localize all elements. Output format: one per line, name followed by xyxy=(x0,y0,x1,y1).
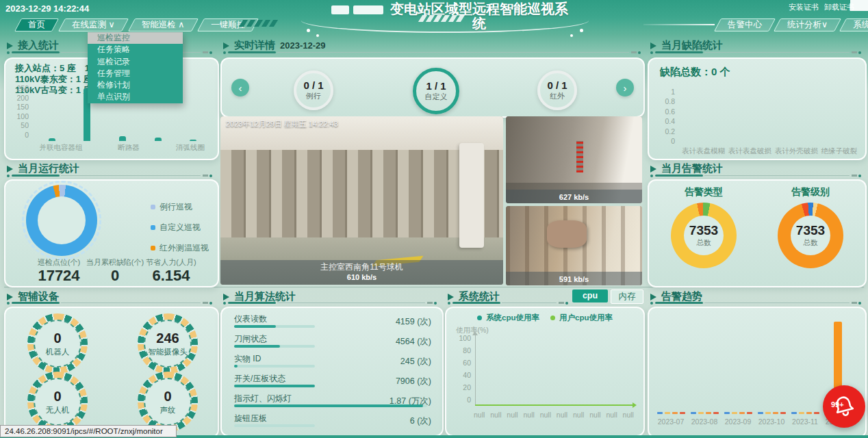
chevron-down-icon: ∨ xyxy=(821,20,828,29)
carousel-next-button[interactable]: › xyxy=(616,79,634,96)
panel-defect-stats: 缺陷总数：0 个 10.8 0.60.4 0.20 表计表盘模糊表计表盘破损 表… xyxy=(648,57,867,160)
x-axis-labels: nullnullnull nullnullnull nullnullnull n… xyxy=(474,411,634,419)
bar xyxy=(155,138,162,141)
install-cert-link[interactable]: 安装证书 xyxy=(789,2,819,12)
panel-arrow-icon xyxy=(7,166,13,172)
menu-item-maintenance-plan[interactable]: 检修计划 xyxy=(88,79,183,91)
tab-system-config[interactable]: 系统配置 xyxy=(843,18,868,31)
algorithm-value: 4159 (次) xyxy=(396,316,431,328)
nav-line-decoration xyxy=(643,24,715,25)
defect-total: 缺陷总数：0 个 xyxy=(660,66,730,79)
legend-item-infrared[interactable]: 红外测温巡视 xyxy=(151,242,209,254)
alarm-level-total: 7353 xyxy=(796,223,825,238)
x-axis-label: 2023-11 xyxy=(788,417,822,426)
menu-item-single-point-recognition[interactable]: 单点识别 xyxy=(88,91,183,103)
gauge-drone: 0无人机 xyxy=(27,372,88,432)
algorithm-value: 7906 (次) xyxy=(396,376,431,387)
gauge-voiceprint: 0声纹 xyxy=(138,372,198,432)
panel-arrow-icon xyxy=(223,42,229,49)
video-info-band: 591 kb/s xyxy=(506,272,642,285)
panel-arrow-icon xyxy=(650,166,656,172)
camera-feed-2[interactable]: 591 kb/s xyxy=(506,206,642,285)
realtime-date: 2023-12-29 xyxy=(280,40,326,51)
bell-badge-count: 99+ xyxy=(831,400,844,409)
menu-item-inspection-monitor[interactable]: 巡检监控 xyxy=(88,32,183,44)
donut-hole xyxy=(38,196,86,244)
alarm-type-heading: 告警类型 xyxy=(671,186,737,198)
panel-alarm-stats: 告警类型 告警级别 7353 总数 7353 总数 xyxy=(648,179,867,287)
legend-item-routine[interactable]: 例行巡视 xyxy=(151,201,209,213)
panel-underline xyxy=(7,301,212,305)
video-info-band: 627 kb/s xyxy=(506,190,642,203)
legend-item-custom[interactable]: 自定义巡视 xyxy=(151,222,209,233)
x-axis-label: 2023-10 xyxy=(754,417,789,426)
trend-near-zero-bars xyxy=(791,412,819,414)
alarm-bell-button[interactable]: 99+ xyxy=(823,385,865,428)
menu-item-inspection-records[interactable]: 巡检记录 xyxy=(88,56,183,68)
legend-item-system-cpu[interactable]: 系统cpu使用率 xyxy=(477,313,539,323)
tab-home[interactable]: 首页 xyxy=(18,18,55,31)
slash-decoration xyxy=(420,15,463,22)
tab-smart-inspection[interactable]: 智能巡检 ∧ xyxy=(131,18,195,31)
menu-item-task-strategy[interactable]: 任务策略 xyxy=(88,44,183,55)
smart-inspection-dropdown: 巡检监控 任务策略 巡检记录 任务管理 检修计划 单点识别 xyxy=(88,32,183,103)
nav-right: 告警中心 统计分析∨ 系统配置 xyxy=(717,18,868,31)
panel-underline xyxy=(223,301,437,305)
operation-legend: 例行巡视 自定义巡视 红外测温巡视 xyxy=(151,201,209,254)
x-axis-labels: 并联电容器组 断路器 消弧线圈 xyxy=(34,143,211,153)
carousel-item-infrared[interactable]: 0 / 1红外 xyxy=(537,70,577,110)
tab-online-monitoring[interactable]: 在线监测 ∨ xyxy=(62,18,125,31)
bitrate: 610 kb/s xyxy=(220,273,503,281)
x-axis-label: 2023-07 xyxy=(654,417,688,426)
trend-near-zero-bars xyxy=(724,412,752,414)
panel-arrow-icon xyxy=(223,294,229,300)
panel-underline xyxy=(7,174,212,177)
curve-dot xyxy=(570,34,573,37)
y-axis-ticks: 10080 6040 200 xyxy=(453,334,471,404)
carousel-prev-button[interactable]: ‹ xyxy=(231,79,249,96)
y-axis-ticks: 10.8 0.60.4 0.20 xyxy=(657,88,675,145)
main-video-feed[interactable]: 2023年12月29日 星期五 14:22:43 主控室西南角11号球机 610… xyxy=(220,116,503,285)
task-carousel: ‹ 0 / 1例行 1 / 1自定义 0 / 1红外 › xyxy=(220,57,645,118)
x-axis-label: 2023-08 xyxy=(687,417,722,426)
video-info-band: 主控室西南角11号球机 610 kb/s xyxy=(220,260,503,285)
trend-near-zero-bars xyxy=(691,412,719,414)
panel-underline xyxy=(223,51,641,54)
alarm-type-total: 7353 xyxy=(689,223,718,238)
tab-cpu[interactable]: cpu xyxy=(572,289,608,302)
alarm-level-heading: 告警级别 xyxy=(778,186,843,198)
tab-alarm-center[interactable]: 告警中心 xyxy=(717,18,772,31)
chevron-down-icon: ∨ xyxy=(108,20,114,29)
logo-redacted xyxy=(353,5,383,14)
bar xyxy=(190,140,196,141)
panel-arrow-icon xyxy=(650,42,656,49)
menu-item-task-management[interactable]: 任务管理 xyxy=(88,68,183,79)
slash-decoration xyxy=(241,20,276,27)
corner-popup-fragment xyxy=(850,0,868,11)
legend-item-user-cpu[interactable]: 用户cpu使用率 xyxy=(550,313,613,323)
video-timestamp: 2023年12月29日 星期五 14:22:43 xyxy=(226,119,338,129)
panel-system-stats: 系统cpu使用率 用户cpu使用率 使用率(%) 10080 6040 200 … xyxy=(445,307,645,437)
status-url-tooltip: 24.46.26.208:9091/ipcs/#/ROOT/znxj/monit… xyxy=(0,425,177,437)
curve-dot xyxy=(580,29,583,32)
tab-statistics-analysis[interactable]: 统计分析∨ xyxy=(777,18,838,31)
panel-underline xyxy=(650,174,861,177)
algorithm-value: 245 (次) xyxy=(400,356,431,368)
curve-dot xyxy=(316,34,319,37)
tab-memory[interactable]: 内存 xyxy=(611,289,643,304)
camera-feed-1[interactable]: 627 kb/s xyxy=(506,116,642,203)
panel-smart-devices: 0机器人 246智能摄像头 0无人机 0声纹 xyxy=(4,307,219,438)
panel-monthly-operation: 例行巡视 自定义巡视 红外测温巡视 巡检点位(个) 当月累积缺陷(个) 节省人力… xyxy=(4,179,219,287)
curve-dot xyxy=(307,29,310,32)
x-axis-label: 2023-09 xyxy=(721,417,755,426)
system-legend: 系统cpu使用率 用户cpu使用率 xyxy=(446,313,643,323)
chevron-up-icon: ∧ xyxy=(178,20,184,29)
bar xyxy=(119,136,126,141)
x-axis-arrow xyxy=(633,402,637,408)
stat-label: 节省人力(人月) xyxy=(137,257,205,268)
carousel-item-routine[interactable]: 0 / 1例行 xyxy=(294,70,333,110)
gauge-robot: 0机器人 xyxy=(27,313,88,374)
bitrate: 591 kb/s xyxy=(559,275,589,283)
carousel-item-custom[interactable]: 1 / 1自定义 xyxy=(413,68,459,114)
y-axis-line xyxy=(475,335,476,405)
